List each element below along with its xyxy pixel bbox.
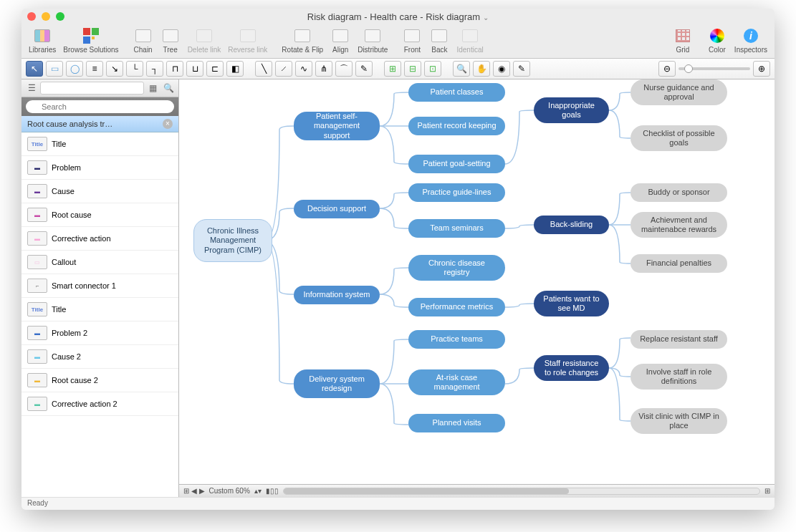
- connector7-button[interactable]: ◧: [226, 61, 244, 77]
- node-risk[interactable]: Patients want to see MD: [534, 291, 609, 316]
- node-action[interactable]: Visit clinic with CIMP in place: [630, 408, 727, 434]
- pointer-tool-button[interactable]: ↖: [26, 61, 43, 77]
- bezier-tool-button[interactable]: ⌒: [335, 61, 353, 77]
- window-title[interactable]: Risk diagram - Health care - Risk diagra…: [21, 11, 775, 22]
- node-leaf[interactable]: Patient record keeping: [408, 117, 505, 135]
- canvas-corner-icon[interactable]: ⊞: [764, 487, 770, 495]
- browse-solutions-button[interactable]: Browse Solutions: [63, 27, 118, 54]
- zoom-stepper-icon[interactable]: ▴▾: [254, 487, 262, 495]
- zoom-out-button[interactable]: ⊖: [658, 61, 676, 77]
- library-item[interactable]: ▬Corrective action: [21, 227, 178, 251]
- library-list[interactable]: TitleTitle▬Problem▬Cause▬Root cause▬Corr…: [21, 132, 178, 497]
- identical-button[interactable]: Identical: [456, 27, 483, 54]
- color-button[interactable]: Color: [707, 27, 727, 54]
- library-item[interactable]: ▬Root cause: [21, 203, 178, 227]
- text-tool-button[interactable]: ≡: [86, 61, 103, 77]
- node-level2[interactable]: Decision support: [294, 200, 380, 218]
- grid-button[interactable]: Grid: [673, 27, 693, 54]
- node-leaf[interactable]: Planned visits: [408, 414, 505, 432]
- eyedropper-tool-button[interactable]: ✎: [513, 61, 530, 77]
- connector2-button[interactable]: └: [126, 61, 143, 77]
- library-item[interactable]: ▬Cause: [21, 180, 178, 203]
- library-item[interactable]: TitleTitle: [21, 298, 178, 321]
- ellipse-tool-button[interactable]: ◯: [66, 61, 83, 77]
- library-item[interactable]: ⌐Smart connector 1: [21, 274, 178, 298]
- connector5-button[interactable]: ⊔: [186, 61, 203, 77]
- connector6-button[interactable]: ⊏: [206, 61, 224, 77]
- horizontal-scrollbar[interactable]: [283, 488, 760, 495]
- node-leaf[interactable]: Chronic disease registry: [408, 255, 505, 281]
- page-tabs-icon[interactable]: ▮▯▯: [266, 487, 279, 495]
- distribute-button[interactable]: Distribute: [358, 27, 388, 54]
- spline-tool-button[interactable]: ∿: [295, 61, 312, 77]
- library-header[interactable]: Root cause analysis tr… ×: [21, 116, 178, 132]
- poly-tool-button[interactable]: ⋔: [315, 61, 332, 77]
- front-button[interactable]: Front: [402, 27, 422, 54]
- node-leaf[interactable]: Practice teams: [408, 330, 505, 349]
- tree-button[interactable]: Tree: [160, 27, 181, 54]
- reverse-link-button[interactable]: Reverse link: [228, 27, 267, 54]
- node-action[interactable]: Buddy or sponsor: [630, 183, 727, 202]
- freehand-tool-button[interactable]: ✎: [355, 61, 373, 77]
- node-level2[interactable]: Delivery system redesign: [294, 369, 380, 398]
- rect-tool-button[interactable]: ▭: [46, 61, 63, 77]
- node-risk[interactable]: Staff resistance to role changes: [534, 355, 609, 381]
- library-item[interactable]: TitleTitle: [21, 132, 178, 156]
- zoom-slider[interactable]: [678, 67, 750, 70]
- zoom-tool-button[interactable]: 🔍: [453, 61, 470, 77]
- library-item[interactable]: ▬Root cause 2: [21, 369, 178, 392]
- library-item[interactable]: ▬Problem 2: [21, 321, 178, 345]
- group1-button[interactable]: ⊞: [384, 61, 401, 77]
- zoom-thumb[interactable]: [684, 64, 693, 73]
- node-action[interactable]: Nurse guidance and approval: [630, 79, 727, 105]
- node-leaf[interactable]: Patient classes: [408, 83, 505, 102]
- close-library-icon[interactable]: ×: [163, 119, 173, 129]
- connector3-button[interactable]: ┐: [146, 61, 163, 77]
- group3-button[interactable]: ⊡: [424, 61, 441, 77]
- node-leaf[interactable]: Team seminars: [408, 219, 505, 238]
- node-leaf[interactable]: Patient goal-setting: [408, 155, 505, 173]
- node-leaf[interactable]: Practice guide-lines: [408, 183, 505, 202]
- node-action[interactable]: Achievment and maintenabce rewards: [630, 212, 727, 238]
- library-item[interactable]: ▬Cause 2: [21, 345, 178, 369]
- page-nav-icon[interactable]: ⊞ ◀ ▶: [183, 487, 205, 495]
- rotate-flip-button[interactable]: Rotate & Flip: [282, 27, 323, 54]
- node-level2[interactable]: Information system: [294, 286, 380, 304]
- node-leaf[interactable]: Performance metrics: [408, 298, 505, 316]
- tree-view-icon[interactable]: ☰: [24, 81, 39, 95]
- arc-tool-button[interactable]: ⟋: [275, 61, 292, 77]
- stamp-tool-button[interactable]: ◉: [493, 61, 510, 77]
- scroll-thumb[interactable]: [284, 488, 570, 494]
- zoom-in-button[interactable]: ⊕: [753, 61, 770, 77]
- libraries-button[interactable]: Libraries: [29, 27, 56, 54]
- node-action[interactable]: Replace resistant staff: [630, 330, 727, 349]
- search-input[interactable]: [26, 100, 174, 113]
- back-button[interactable]: Back: [429, 27, 449, 54]
- delete-link-button[interactable]: Delete link: [188, 27, 221, 54]
- hand-tool-button[interactable]: ✋: [473, 61, 490, 77]
- library-swatch-icon: ▬: [27, 373, 47, 387]
- inspectors-button[interactable]: iInspectors: [734, 27, 767, 54]
- library-item[interactable]: ▬Corrective action 2: [21, 392, 178, 416]
- node-action[interactable]: Financial penalties: [630, 254, 727, 273]
- line-tool-button[interactable]: ╲: [255, 61, 272, 77]
- library-item[interactable]: ▬Problem: [21, 156, 178, 180]
- chain-button[interactable]: Chain: [133, 27, 153, 54]
- node-risk[interactable]: Inappropriate goals: [534, 97, 609, 123]
- node-leaf[interactable]: At-risk case management: [408, 369, 505, 395]
- grid-view-icon[interactable]: ▦: [145, 81, 160, 95]
- node-root[interactable]: Chronic Illness Management Program (CIMP…: [193, 219, 272, 262]
- search-tab-icon[interactable]: 🔍: [161, 81, 176, 95]
- group2-button[interactable]: ⊟: [404, 61, 421, 77]
- zoom-level[interactable]: Custom 60%: [209, 487, 250, 495]
- node-action[interactable]: Checklist of possible goals: [630, 125, 727, 151]
- node-action[interactable]: Involve staff in role definitions: [630, 364, 727, 390]
- library-sidebar: ☰ ▦ 🔍 Root cause analysis tr… × TitleTit…: [21, 79, 179, 497]
- connector1-button[interactable]: ↘: [106, 61, 123, 77]
- align-button[interactable]: Align: [330, 27, 350, 54]
- library-item[interactable]: ▭Callout: [21, 251, 178, 274]
- node-risk[interactable]: Back-sliding: [534, 216, 609, 234]
- diagram-canvas[interactable]: Chronic Illness Management Program (CIMP…: [179, 79, 775, 484]
- node-level2[interactable]: Patient self-management support: [294, 112, 380, 140]
- connector4-button[interactable]: ⊓: [166, 61, 183, 77]
